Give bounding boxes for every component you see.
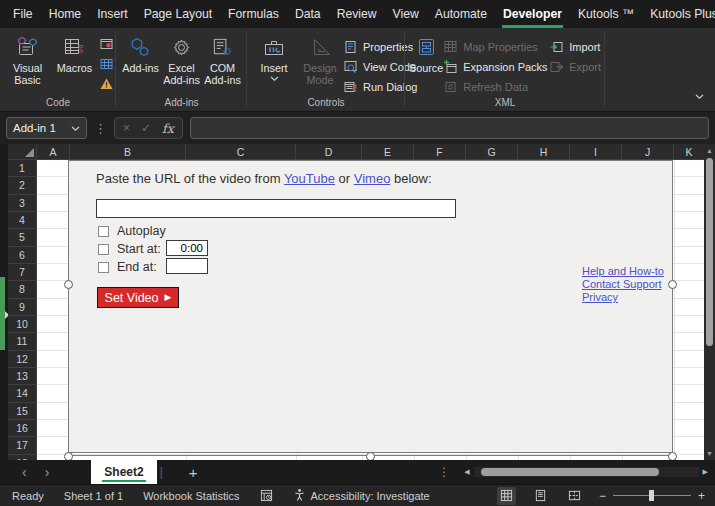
prev-sheet-button[interactable]: ‹ — [13, 464, 36, 480]
ribbon-tab[interactable]: Data — [287, 0, 329, 28]
scroll-right-icon[interactable]: ▶ — [699, 468, 712, 476]
ribbon-button[interactable]: COM Add-ins — [202, 33, 243, 86]
column-header[interactable]: J — [622, 144, 674, 159]
set-video-button[interactable]: Set Video ▶ — [97, 287, 179, 308]
selection-handle[interactable] — [366, 452, 375, 460]
help-link[interactable]: Privacy — [582, 291, 664, 304]
sheet-tab-active[interactable]: Sheet2 — [91, 460, 156, 484]
ribbon-small-button[interactable]: Import — [549, 38, 601, 55]
row-header[interactable]: 13 — [8, 368, 36, 385]
ribbon-tab[interactable]: Formulas — [220, 0, 287, 28]
scroll-up-icon[interactable]: ▲ — [704, 147, 715, 154]
row-header[interactable]: 9 — [8, 299, 36, 316]
workbook-statistics[interactable]: Workbook Statistics — [143, 490, 239, 502]
page-layout-view-icon[interactable] — [531, 487, 550, 505]
end-at-input[interactable] — [166, 258, 208, 274]
ribbon-button[interactable]: Macros — [51, 33, 98, 86]
name-box[interactable]: Add-in 1 — [6, 117, 87, 139]
enter-icon[interactable]: ✓ — [141, 121, 151, 135]
start-at-checkbox[interactable] — [98, 244, 109, 255]
sheet-count[interactable]: Sheet 1 of 1 — [64, 490, 123, 502]
row-header[interactable]: 12 — [8, 351, 36, 368]
row-header[interactable]: 5 — [8, 229, 36, 246]
column-header[interactable]: G — [466, 144, 518, 159]
tab-overflow-chevron-icon[interactable]: › — [711, 10, 714, 20]
row-header[interactable]: 8 — [8, 281, 36, 298]
row-header[interactable]: 10 — [8, 316, 36, 333]
zoom-in-button[interactable]: + — [698, 489, 705, 503]
ribbon-button[interactable]: Excel Add-ins — [161, 33, 202, 86]
ribbon-small-button[interactable]: Export — [549, 58, 601, 75]
chevron-down-icon[interactable] — [695, 86, 704, 104]
zoom-slider[interactable] — [613, 495, 691, 496]
macro-status-icon[interactable] — [260, 489, 273, 502]
formula-bar-options-dots[interactable]: ⋮ — [94, 121, 107, 136]
ribbon-tab[interactable]: Automate — [427, 0, 495, 28]
cancel-icon[interactable]: × — [123, 121, 130, 135]
ribbon-tab[interactable]: Kutools ™ — [570, 0, 642, 28]
ribbon-tab[interactable]: Home — [41, 0, 90, 28]
ribbon-tab[interactable]: Page Layout — [136, 0, 220, 28]
ribbon-small-button[interactable] — [98, 76, 115, 92]
ribbon-small-button[interactable]: Refresh Data — [443, 78, 549, 95]
column-header[interactable]: E — [362, 144, 414, 159]
column-header[interactable]: B — [70, 144, 186, 159]
insert-function-icon[interactable]: fx — [162, 121, 174, 136]
scrollbar-options-dots[interactable]: ⋮ — [438, 465, 450, 479]
chevron-down-icon[interactable] — [71, 122, 80, 134]
row-header[interactable]: 7 — [8, 264, 36, 281]
ribbon-button[interactable]: Source — [409, 33, 443, 75]
ribbon-tab[interactable]: Review — [329, 0, 385, 28]
row-header[interactable]: 4 — [8, 212, 36, 229]
ribbon-tab[interactable]: File — [5, 0, 41, 28]
ribbon-button[interactable]: Insert — [251, 33, 297, 86]
column-header[interactable]: H — [518, 144, 570, 159]
column-header[interactable]: I — [570, 144, 622, 159]
vimeo-link[interactable]: Vimeo — [354, 171, 391, 186]
new-sheet-button[interactable]: + — [189, 464, 198, 481]
horizontal-scrollbar-track[interactable] — [474, 467, 699, 477]
column-header[interactable]: A — [37, 144, 70, 159]
column-header[interactable]: F — [414, 144, 466, 159]
end-at-checkbox[interactable] — [98, 262, 109, 273]
ribbon-small-button[interactable] — [98, 56, 115, 72]
selection-handle[interactable] — [668, 280, 677, 289]
video-url-input[interactable] — [96, 199, 456, 218]
scroll-down-icon[interactable]: ▼ — [704, 450, 715, 457]
ribbon-tab[interactable]: Kutools Plus — [642, 0, 715, 28]
ribbon-small-button[interactable]: Map Properties — [443, 38, 549, 55]
formula-input[interactable] — [190, 117, 709, 139]
row-header[interactable]: 15 — [8, 403, 36, 420]
column-header[interactable]: C — [186, 144, 296, 159]
ribbon-tab[interactable]: Developer — [495, 0, 570, 28]
vertical-scrollbar-thumb[interactable] — [706, 158, 713, 346]
ribbon-tab[interactable]: View — [385, 0, 427, 28]
row-header[interactable]: 2 — [8, 177, 36, 194]
row-header[interactable]: 17 — [8, 437, 36, 454]
row-header[interactable]: 1 — [8, 160, 36, 177]
accessibility-status[interactable]: Accessibility: Investigate — [293, 488, 430, 503]
select-all-button[interactable] — [8, 144, 37, 160]
youtube-link[interactable]: YouTube — [284, 171, 335, 186]
start-at-input[interactable] — [166, 240, 208, 256]
vertical-scrollbar[interactable]: ▲ ▼ — [704, 144, 715, 460]
ribbon-button[interactable]: Design Mode — [297, 33, 343, 86]
page-break-view-icon[interactable] — [565, 487, 584, 505]
help-link[interactable]: Contact Support — [582, 278, 664, 291]
ribbon-button[interactable]: Add-ins — [120, 33, 161, 75]
column-header[interactable]: D — [296, 144, 362, 159]
zoom-out-button[interactable]: − — [599, 489, 606, 503]
row-header[interactable]: 14 — [8, 385, 36, 402]
selection-handle[interactable] — [668, 452, 677, 460]
ribbon-small-button[interactable]: Expansion Packs — [443, 58, 549, 75]
video-addin-object[interactable]: Paste the URL of the video from YouTube … — [68, 160, 673, 453]
ribbon-button[interactable]: Visual Basic — [4, 33, 51, 86]
row-header[interactable]: 16 — [8, 420, 36, 437]
row-header[interactable]: 6 — [8, 247, 36, 264]
selection-handle[interactable] — [64, 452, 73, 460]
row-header[interactable]: 3 — [8, 195, 36, 212]
ribbon-tab[interactable]: Insert — [89, 0, 135, 28]
autoplay-checkbox[interactable] — [98, 226, 109, 237]
scroll-left-icon[interactable]: ◀ — [460, 468, 473, 476]
selection-handle[interactable] — [64, 280, 73, 289]
